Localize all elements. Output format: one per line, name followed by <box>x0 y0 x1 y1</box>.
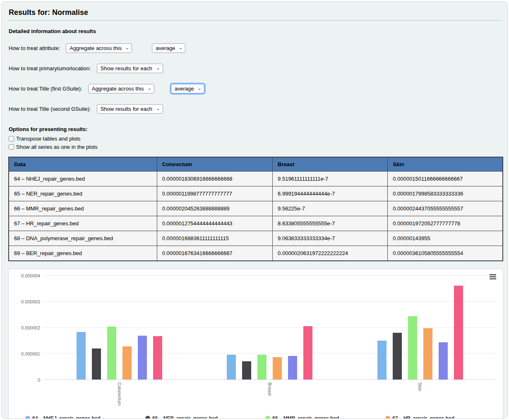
bar[interactable] <box>92 348 101 379</box>
legend-item[interactable]: 65 – NER_repair_genes.bed <box>145 415 265 419</box>
y-tick-label: 0.000004 <box>12 273 40 278</box>
table-row: 68 – DNA_polymerase_repair_genes.bed0.00… <box>9 231 503 246</box>
bar[interactable] <box>77 332 86 379</box>
primarytumorlocation-treatment-label: How to treat primarytumorlocation: <box>9 65 91 72</box>
bar-group-breast <box>227 276 312 379</box>
title-first-gsuite-treatment-select-wrap: Aggregate across this <box>88 84 154 93</box>
bar[interactable] <box>227 355 236 379</box>
y-axis-labels: 00.0000010.0000020.0000030.000004 <box>12 276 40 380</box>
x-axis-category-label: Breast <box>267 382 272 412</box>
all-series-one-checkbox[interactable] <box>9 144 14 150</box>
results-panel: Results for: Normalise Detailed informat… <box>1 1 508 419</box>
table-cell-value: 0.000002045263888888889 <box>157 201 272 216</box>
title-second-gsuite-treatment-select[interactable]: Show results for each <box>97 104 163 114</box>
table-header-cell: Skin <box>388 157 503 172</box>
attribute-treatment-label: How to treat attribute: <box>9 45 60 51</box>
page-title: Results for: Normalise <box>9 8 501 17</box>
plot-area <box>44 276 495 380</box>
primarytumorlocation-treatment-select[interactable]: Show results for each <box>97 64 163 73</box>
bar[interactable] <box>393 333 402 379</box>
legend-label: 66 – MMR_repair_genes.bed <box>272 415 339 419</box>
details-heading: Detailed information about results <box>9 28 501 34</box>
bar[interactable] <box>423 328 432 379</box>
bar-group-colorectum <box>77 276 162 379</box>
x-label-slot: Colorectum <box>44 382 194 412</box>
table-cell-dataset: 69 – BER_repair_genes.bed <box>9 246 157 261</box>
table-cell-dataset: 66 – MMR_repair_genes.bed <box>9 201 157 216</box>
table-cell-value: 0.0000011998777777777777 <box>157 186 272 201</box>
bar[interactable] <box>273 357 282 379</box>
bar[interactable] <box>439 342 448 379</box>
table-row: 67 – HR_repair_genes.bed0.00000127544444… <box>9 216 503 231</box>
legend-item[interactable]: 64 – NHEJ_repair_genes.bed <box>25 415 145 419</box>
y-tick-label: 0.000002 <box>12 325 40 330</box>
table-row: 66 – MMR_repair_genes.bed0.0000020452638… <box>9 201 503 216</box>
table-cell-dataset: 67 – HR_repair_genes.bed <box>9 216 157 231</box>
bar-group-slot <box>194 276 345 379</box>
title-first-gsuite-treatment-select[interactable]: Aggregate across this <box>88 84 154 93</box>
table-row: 69 – BER_repair_genes.bed0.0000016763416… <box>9 246 503 261</box>
table-cell-value: 8.633805555555555e-7 <box>273 216 388 231</box>
table-cell-value: 0.0000016763416666666667 <box>157 246 272 261</box>
attribute-treatment-select[interactable]: Aggregate across this <box>66 43 132 53</box>
table-cell-value: 0.0000018306916666666668 <box>157 172 272 186</box>
table-cell-value: 0.0000036105805555555554 <box>388 246 503 261</box>
title-first-gsuite-aggregate-select-wrap: average <box>171 84 204 93</box>
attribute-treatment-select-wrap: Aggregate across this <box>66 43 132 53</box>
legend-marker-icon <box>385 416 390 419</box>
x-axis-category-label: Skin <box>418 382 423 412</box>
control-row-attribute: How to treat attribute: Aggregate across… <box>9 43 501 53</box>
table-cell-dataset: 68 – DNA_polymerase_repair_genes.bed <box>9 231 157 246</box>
title-first-gsuite-aggregate-select[interactable]: average <box>171 84 204 93</box>
legend-marker-icon <box>265 416 270 419</box>
all-series-one-checkbox-label: Show all series as one in the plots <box>16 144 98 150</box>
bar[interactable] <box>303 326 312 379</box>
bar-group-slot <box>44 276 194 379</box>
chart-legend: 64 – NHEJ_repair_genes.bed65 – NER_repai… <box>25 415 499 419</box>
table-row: 65 – NER_repair_genes.bed0.0000011998777… <box>9 186 503 201</box>
bar-group-slot <box>345 276 495 379</box>
table-cell-value: 0.0000017998583333333336 <box>388 186 503 201</box>
legend-item[interactable]: 66 – MMR_repair_genes.bed <box>265 415 385 419</box>
primarytumorlocation-treatment-select-wrap: Show results for each <box>97 64 163 73</box>
bar[interactable] <box>257 355 267 379</box>
table-cell-dataset: 65 – NER_repair_genes.bed <box>9 186 157 201</box>
table-header-cell: Breast <box>273 157 388 172</box>
results-table-body: 64 – NHEJ_repair_genes.bed0.000001830691… <box>9 172 503 261</box>
table-cell-dataset: 64 – NHEJ_repair_genes.bed <box>9 172 157 186</box>
legend-label: 64 – NHEJ_repair_genes.bed <box>32 415 101 419</box>
bar[interactable] <box>408 316 417 379</box>
bar-group-skin <box>377 276 463 379</box>
title-second-gsuite-treatment-select-wrap: Show results for each <box>97 104 163 114</box>
bar[interactable] <box>138 336 147 379</box>
legend-label: 67 – HR_repair_genes.bed <box>392 415 454 419</box>
legend-marker-icon <box>145 416 150 419</box>
attribute-aggregate-select-wrap: average <box>152 43 185 53</box>
transpose-checkbox[interactable] <box>9 136 14 141</box>
bar[interactable] <box>122 346 132 379</box>
attribute-aggregate-select[interactable]: average <box>152 43 185 53</box>
title-second-gsuite-treatment-label: How to treat Title (second GSuite): <box>9 106 91 112</box>
bar[interactable] <box>454 286 463 379</box>
bar[interactable] <box>153 336 162 379</box>
chart-panel: 00.0000010.0000020.0000030.000004 Colore… <box>8 269 503 419</box>
table-cell-value: 9.51961111111111e-7 <box>273 172 388 186</box>
results-table: DataColorectumBreastSkin 64 – NHEJ_repai… <box>8 157 503 261</box>
bar[interactable] <box>107 327 116 379</box>
x-label-slot: Breast <box>194 382 345 412</box>
control-row-title-first-gsuite: How to treat Title (first GSuite): Aggre… <box>9 84 501 93</box>
table-cell-value: 0.0000024437055555555557 <box>388 201 503 216</box>
table-header-cell: Colorectum <box>157 157 272 172</box>
y-tick-label: 0.000003 <box>12 299 40 304</box>
legend-label: 65 – NER_repair_genes.bed <box>152 415 218 419</box>
table-cell-value: 0.0000020631972222222224 <box>273 246 388 261</box>
legend-item[interactable]: 67 – HR_repair_genes.bed <box>385 415 505 419</box>
table-row: 64 – NHEJ_repair_genes.bed0.000001830691… <box>9 172 503 186</box>
x-axis-labels: ColorectumBreastSkin <box>44 382 495 412</box>
all-series-one-checkbox-row: Show all series as one in the plots <box>9 144 501 150</box>
bar[interactable] <box>377 341 387 379</box>
bar[interactable] <box>242 361 251 379</box>
bar[interactable] <box>288 356 297 379</box>
results-table-head: DataColorectumBreastSkin <box>9 157 503 172</box>
table-cell-value: 0.000001972052777777778 <box>388 216 503 231</box>
